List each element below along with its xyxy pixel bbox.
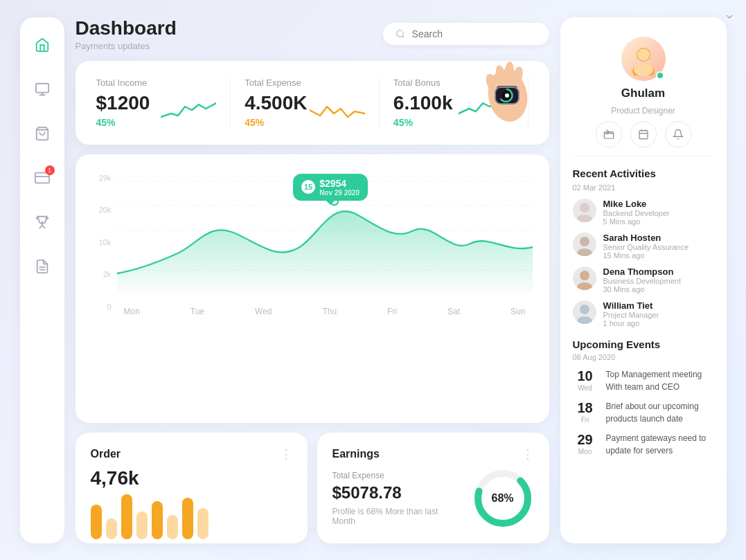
activity-info-2: Sarah Hosten Senior Quality Assurance 15… [603, 233, 689, 260]
earnings-sublabel: Total Expense [332, 471, 461, 480]
svg-point-44 [577, 316, 592, 324]
x-axis: Mon Tue Wed Thu Fri Sat Sun [117, 302, 533, 316]
profile-wallet-btn[interactable] [596, 121, 622, 147]
avatar-svg [627, 42, 660, 75]
svg-point-41 [580, 271, 589, 280]
order-bar-chart [91, 498, 292, 539]
svg-point-39 [580, 237, 589, 246]
search-bar[interactable] [383, 23, 549, 45]
right-panel: Ghulam Product Designer Recent Activitie… [560, 17, 727, 543]
event-day-1: 10 [573, 368, 598, 384]
activity-role-2: Senior Quality Assurance [603, 243, 689, 251]
earnings-inner: Total Expense $5078.78 Profile is 68% Mo… [332, 467, 534, 530]
sidebar-icon-document[interactable] [28, 253, 56, 280]
y-label-2k: 2k [92, 270, 112, 278]
event-weekday-3: Mon [573, 448, 598, 455]
activity-time-4: 1 hour ago [603, 319, 659, 327]
profile-role: Product Designer [611, 106, 675, 116]
bar-1 [91, 505, 102, 539]
svg-point-42 [577, 282, 592, 290]
search-icon [396, 28, 405, 39]
earnings-header: Earnings ⋮ [332, 446, 534, 462]
y-label-0: 0 [92, 302, 112, 311]
stat-income-percent: 45% [96, 117, 150, 128]
main-content: Dashboard Payments updates Total Income … [76, 17, 549, 543]
order-value: 4,76k [91, 467, 292, 489]
profile-name: Ghulam [621, 87, 665, 100]
bar-4 [136, 512, 148, 539]
stat-income-label: Total Income [96, 78, 217, 88]
activity-item-1: Mike Loke Backend Developer 5 Mins ago [573, 199, 714, 226]
stat-bonus-percent: 45% [393, 117, 453, 128]
profile-section: Ghulam Product Designer [573, 31, 714, 156]
activity-name-2: Sarah Hosten [603, 233, 689, 243]
bar-5 [152, 501, 163, 539]
page-title: Dashboard [76, 17, 369, 39]
event-item-1: 10 Wed Top Management meeting With team … [573, 368, 714, 393]
chart-card: 15 $2954 Nov 29 2020 29k 20k 10k 2k 0 [76, 154, 549, 423]
bar-3 [121, 494, 132, 539]
order-card: Order ⋮ 4,76k [76, 433, 308, 543]
stat-expense-value: 4.500K [245, 92, 307, 114]
svg-rect-33 [639, 130, 648, 138]
bar-2 [106, 518, 117, 539]
sidebar-icon-home[interactable] [28, 31, 56, 59]
profile-chevron[interactable] [724, 17, 727, 26]
event-weekday-2: Fri [573, 416, 598, 424]
recent-activities-section: Recent Activities 02 Mar 2021 Mike Loke … [573, 168, 714, 327]
income-sparkline [161, 96, 216, 124]
order-header: Order ⋮ [91, 446, 292, 462]
stat-expense-label: Total Expense [245, 78, 365, 88]
sidebar-icon-bag[interactable] [28, 120, 56, 147]
event-day-2: 18 [573, 400, 598, 416]
x-label-mon: Mon [124, 307, 140, 316]
profile-actions [596, 121, 691, 147]
sidebar-icon-card[interactable]: 1 [28, 164, 56, 192]
svg-point-40 [577, 249, 592, 256]
activity-name-4: William Tiet [603, 300, 659, 311]
user-avatar-wrap [621, 37, 666, 81]
order-menu[interactable]: ⋮ [280, 446, 292, 462]
profile-bell-btn[interactable] [665, 121, 691, 147]
y-label-10k: 10k [92, 238, 112, 246]
bar-7 [182, 498, 193, 539]
notification-badge: 1 [45, 165, 55, 175]
bar-8 [197, 508, 208, 539]
earnings-card: Earnings ⋮ Total Expense $5078.78 Profil… [317, 433, 549, 543]
online-indicator [656, 71, 664, 80]
activity-role-3: Business Development [603, 277, 682, 285]
stat-total-bonus: Total Bonus 6.100k 45% [380, 78, 529, 128]
search-input[interactable] [412, 28, 537, 39]
event-text-3: Payment gateways need to update for serv… [606, 432, 714, 457]
sidebar-icon-trophy[interactable] [28, 208, 56, 236]
earnings-value: $5078.78 [332, 483, 461, 503]
x-label-sat: Sat [447, 307, 460, 316]
svg-point-38 [577, 215, 592, 222]
earnings-menu[interactable]: ⋮ [522, 446, 534, 462]
y-label-29k: 29k [92, 174, 112, 182]
y-axis: 29k 20k 10k 2k 0 [92, 168, 112, 316]
profile-calendar-btn[interactable] [630, 121, 657, 147]
upcoming-events-title: Upcoming Events [573, 338, 714, 350]
x-label-fri: Fri [387, 307, 397, 316]
earnings-text: Total Expense $5078.78 Profile is 68% Mo… [332, 471, 461, 526]
event-date-3: 29 Mon [573, 432, 598, 455]
bottom-row: Order ⋮ 4,76k Earnings [76, 433, 549, 543]
svg-point-37 [580, 203, 589, 213]
activity-info-1: Mike Loke Backend Developer 5 Mins ago [603, 199, 670, 226]
activity-name-3: Dena Thompson [603, 267, 682, 277]
stat-bonus-value: 6.100k [393, 92, 453, 114]
activity-role-1: Backend Developer [603, 209, 670, 217]
sidebar-icon-chart[interactable] [28, 75, 56, 103]
sidebar: 1 [20, 17, 64, 543]
events-list: 10 Wed Top Management meeting With team … [573, 368, 714, 457]
svg-point-30 [637, 48, 650, 61]
earnings-title: Earnings [332, 448, 380, 460]
activity-avatar-1 [573, 199, 596, 222]
stat-bonus-label: Total Bonus [393, 78, 514, 88]
activity-avatar-2 [573, 233, 596, 256]
recent-activities-title: Recent Activities [573, 168, 656, 179]
event-item-2: 18 Fri Brief about our upcoming products… [573, 400, 714, 425]
svg-rect-32 [604, 132, 613, 138]
activity-time-3: 30 Mins ago [603, 285, 682, 293]
